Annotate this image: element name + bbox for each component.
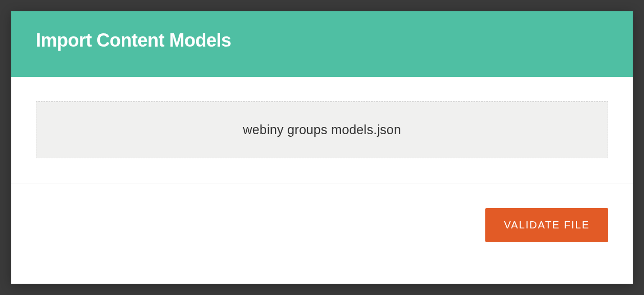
modal-title: Import Content Models (36, 30, 608, 51)
modal-body: webiny groups models.json (11, 77, 633, 183)
file-dropzone[interactable]: webiny groups models.json (36, 101, 608, 158)
dropzone-filename: webiny groups models.json (57, 122, 587, 137)
modal-header: Import Content Models (11, 11, 633, 77)
import-modal: Import Content Models webiny groups mode… (11, 11, 633, 284)
modal-footer: VALIDATE FILE (11, 183, 633, 284)
validate-file-button[interactable]: VALIDATE FILE (485, 208, 608, 242)
